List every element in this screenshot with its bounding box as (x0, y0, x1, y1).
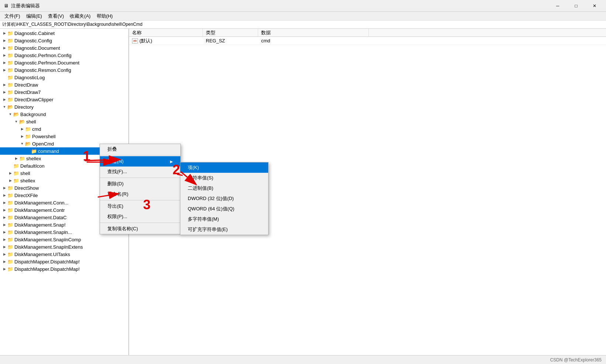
folder-icon: 📁 (7, 67, 13, 73)
close-button[interactable]: ✕ (586, 0, 603, 12)
tree-item-powershell[interactable]: ▶ 📁 Powershell (0, 133, 128, 140)
table-row[interactable]: ab (默认) REG_SZ cmd (129, 37, 606, 45)
folder-icon: 📂 (13, 112, 19, 117)
maximize-button[interactable]: □ (568, 0, 585, 12)
expand-icon: ▶ (19, 126, 25, 132)
tree-item-diagnostic-resmon-config[interactable]: ▶ 📁 Diagnostic.Resmon.Config (0, 66, 128, 74)
folder-icon: 📁 (19, 156, 25, 161)
expand-icon: ▶ (7, 178, 13, 183)
ctx-export[interactable]: 导出(E) (100, 201, 180, 211)
folder-icon: 📁 (13, 178, 19, 183)
submenu-item-string[interactable]: 字符串值(S) (180, 173, 268, 183)
tree-item-diagnostic-perfmon-config[interactable]: ▶ 📁 Diagnostic.Perfmon.Config (0, 52, 128, 59)
tree-item-directdraw7[interactable]: ▶ 📁 DirectDraw7 (0, 88, 128, 96)
menu-edit[interactable]: 编辑(E) (23, 12, 45, 20)
main-area: ▶ 📁 Diagnostic.Cabinet ▶ 📁 Diagnostic.Co… (0, 29, 606, 364)
submenu-item-qword[interactable]: QWORD (64 位)值(Q) (180, 204, 268, 214)
tree-label: DirectDraw7 (14, 90, 41, 95)
tree-item-dm-snapincomp[interactable]: ▶ 📁 DiskManagement.SnapInComp (0, 236, 128, 243)
menu-file[interactable]: 文件(F) (1, 12, 23, 20)
window-controls: ─ □ ✕ (549, 0, 603, 12)
folder-icon: 📁 (7, 230, 13, 235)
tree-item-dm-uitasks[interactable]: ▶ 📁 DiskManagement.UITasks (0, 251, 128, 258)
ctx-copy-name[interactable]: 复制项名称(C) (100, 224, 180, 234)
tree-label: DirectXFile (14, 193, 38, 198)
folder-icon: 📁 (7, 244, 13, 249)
tree-item-dm-snapinextens[interactable]: ▶ 📁 DiskManagement.SnapInExtens (0, 243, 128, 251)
folder-icon: 📂 (25, 141, 31, 146)
expand-icon: ▶ (1, 244, 7, 250)
path-bar: 计算机\HKEY_CLASSES_ROOT\Directory\Backgrou… (0, 21, 606, 29)
tree-item-diagnostic-cabinet[interactable]: ▶ 📁 Diagnostic.Cabinet (0, 29, 128, 37)
folder-icon: 📁 (7, 266, 13, 272)
expand-icon: ▶ (1, 185, 7, 191)
tree-label: DiskManagement.SnapInComp (14, 237, 81, 242)
menu-help[interactable]: 帮助(H) (94, 12, 116, 20)
folder-icon: 📁 (7, 90, 13, 95)
tree-item-directdrawclipper[interactable]: ▶ 📁 DirectDrawClipper (0, 96, 128, 103)
submenu-item-binary[interactable]: 二进制值(B) (180, 183, 268, 193)
tree-label: OpenCmd (32, 141, 54, 147)
tree-label: DirectShow (14, 185, 39, 191)
tree-item-directdraw[interactable]: ▶ 📁 DirectDraw (0, 81, 128, 88)
expand-icon: ▼ (19, 141, 25, 147)
tree-item-diagnostic-config[interactable]: ▶ 📁 Diagnostic.Config (0, 37, 128, 44)
expand-icon: ▶ (1, 45, 7, 51)
folder-icon: 📁 (13, 163, 19, 168)
tree-item-shell[interactable]: ▼ 📂 shell (0, 118, 128, 125)
tree-item-dispatch-2[interactable]: ▶ 📁 DispatchMapper.DispatchMap! (0, 265, 128, 273)
expand-icon: ▶ (1, 207, 7, 213)
menu-bar: 文件(F) 编辑(E) 查看(V) 收藏夹(A) 帮助(H) (0, 12, 606, 21)
submenu-item-multistring[interactable]: 多字符串值(M) (180, 214, 268, 224)
cell-data: cmd (258, 38, 369, 44)
ctx-find[interactable]: 查找(F)... (100, 167, 180, 177)
tree-item-diagnostic-document[interactable]: ▶ 📁 Diagnostic.Document (0, 44, 128, 52)
expand-icon: ▶ (1, 259, 7, 265)
tree-label: DispatchMapper.DispatchMap! (14, 259, 80, 265)
col-header-name[interactable]: 名称 (129, 29, 203, 36)
tree-item-directory[interactable]: ▼ 📂 Directory (0, 103, 128, 111)
menu-favorites[interactable]: 收藏夹(A) (67, 12, 93, 20)
minimize-button[interactable]: ─ (549, 0, 566, 12)
folder-icon: 📁 (7, 75, 13, 80)
expand-icon: ▶ (1, 237, 7, 242)
ctx-label: 删除(D) (107, 181, 124, 187)
submenu-item-dword[interactable]: DWORD (32 位)值(D) (180, 193, 268, 204)
folder-icon: 📁 (7, 207, 13, 213)
folder-icon: 📁 (7, 45, 13, 50)
tree-item-dispatch-1[interactable]: ▶ 📁 DispatchMapper.DispatchMap! (0, 258, 128, 265)
tree-label: Background (20, 112, 46, 117)
expand-icon: ▶ (1, 67, 7, 73)
expand-icon: ▶ (1, 89, 7, 95)
tree-item-diagnostic-perfmon-document[interactable]: ▶ 📁 Diagnostic.Perfmon.Document (0, 59, 128, 66)
submenu-item-key[interactable]: 项(K) (180, 162, 268, 173)
folder-icon: 📁 (7, 60, 13, 65)
ctx-delete[interactable]: 删除(D) (100, 179, 180, 189)
tree-label: Diagnostic.Config (14, 38, 52, 43)
folder-icon: 📁 (7, 252, 13, 257)
tree-item-background[interactable]: ▼ 📂 Background (0, 111, 128, 118)
folder-icon: 📁 (7, 31, 13, 36)
submenu-item-expandstring[interactable]: 可扩充字符串值(E) (180, 224, 268, 235)
ctx-rename[interactable]: 重命名(R) (100, 189, 180, 199)
folder-icon: 📁 (7, 215, 13, 220)
tree-label: cmd (32, 126, 41, 132)
folder-icon: 📁 (7, 259, 13, 264)
ctx-label: 新建(N) (107, 158, 124, 165)
menu-view[interactable]: 查看(V) (45, 12, 67, 20)
ctx-new[interactable]: 新建(N) ▶ (100, 156, 180, 167)
tree-item-cmd[interactable]: ▶ 📁 cmd (0, 125, 128, 133)
ctx-collapse[interactable]: 折叠 (100, 144, 180, 154)
folder-icon: 📁 (7, 193, 13, 198)
col-header-type[interactable]: 类型 (203, 29, 258, 36)
context-menu: 折叠 新建(N) ▶ 查找(F)... 删除(D) 重命名(R) 导出(E) 权… (100, 144, 181, 234)
ctx-label: 查找(F)... (107, 168, 127, 175)
expand-icon: ▶ (1, 82, 7, 88)
tree-item-diagnosticlog[interactable]: 📁 DiagnosticLog (0, 74, 128, 81)
expand-icon: ▼ (7, 111, 13, 117)
col-header-data[interactable]: 数据 (258, 29, 369, 36)
ctx-permissions[interactable]: 权限(P)... (100, 211, 180, 222)
ctx-label: 权限(P)... (107, 213, 127, 220)
folder-icon: 📂 (7, 104, 13, 109)
expand-icon: ▶ (1, 251, 7, 257)
